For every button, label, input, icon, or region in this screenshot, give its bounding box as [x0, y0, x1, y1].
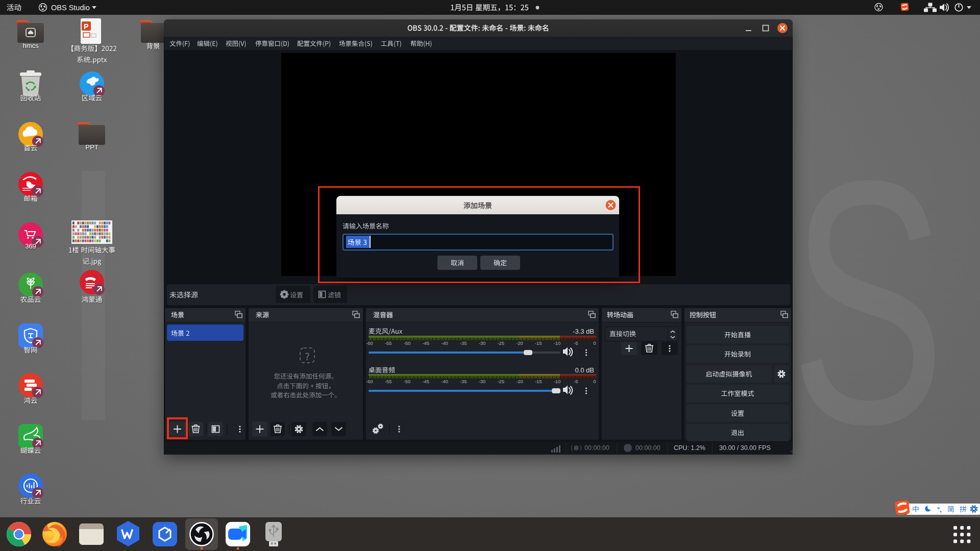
svg-text:S: S	[790, 108, 945, 496]
